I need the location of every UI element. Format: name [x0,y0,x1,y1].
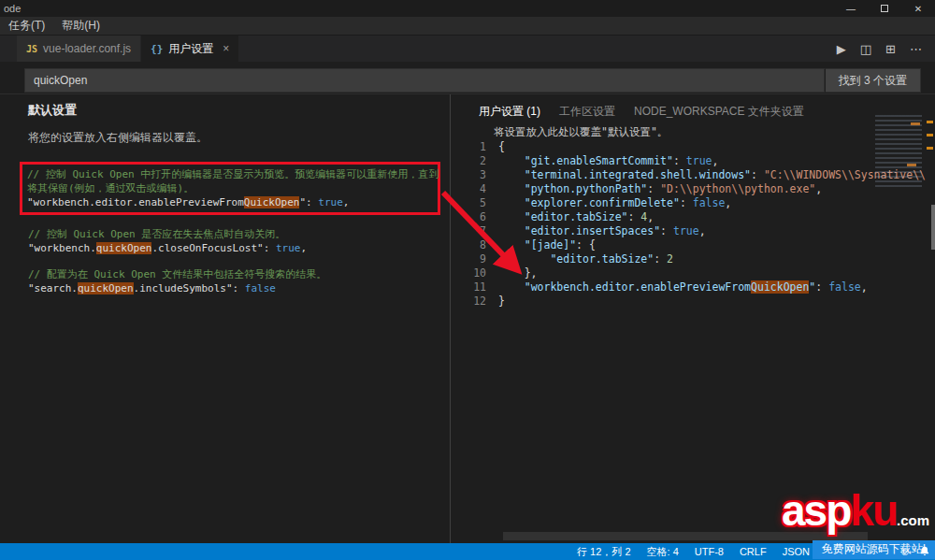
code-token: // 控制 Quick Open 是否应在失去焦点时自动关闭。 [28,228,285,240]
watermark-com: .com [897,512,929,528]
feedback-smiley-icon[interactable]: ☺ [899,545,911,558]
left-code: // 控制 Quick Open 中打开的编辑器是否显示为预览。预览编辑器可以重… [28,162,440,295]
code-line: // 控制 Quick Open 是否应在失去焦点时自动关闭。 [28,227,440,241]
code-token: , [300,242,307,254]
line-number: 2 [462,154,486,168]
code-token: true [318,196,343,208]
settings-scope-tab-0[interactable]: 用户设置 (1) [479,104,540,120]
settings-search-input[interactable] [24,68,825,93]
code-token: , [861,280,868,294]
settings-scope-tabs: 用户设置 (1)工作区设置NODE_WORKSPACE 文件夹设置 [479,104,935,120]
maximize-button[interactable] [868,0,901,17]
code-token: "workbench. [28,242,96,254]
code-token: // 控制 Quick Open 中打开的编辑器是否显示为预览。预览编辑器可以重… [27,168,439,180]
code-token: true [276,242,301,254]
default-settings-title: 默认设置 [28,102,440,119]
menubar: 任务(T)帮助(H) [0,17,935,36]
code-token: "editor.insertSpaces" [525,224,660,237]
menu-item-1[interactable]: 帮助(H) [53,17,108,35]
minimap-match-mark [907,164,916,166]
code-line: "search.quickOpen.includeSymbols": false [28,281,440,295]
line-number: 3 [462,168,486,182]
code-token: .includeSymbols": [134,282,245,294]
run-button[interactable]: ▶ [837,42,846,56]
minimap[interactable] [875,115,922,190]
overview-ruler-mark [927,134,933,136]
tab-label: 用户设置 [168,41,213,57]
code-line: 10 }, [462,266,935,280]
code-token: : { [576,238,596,251]
split-editor-icon[interactable]: ◫ [860,42,871,56]
code-line: 4 "python.pythonPath": "D:\\python\\pyth… [462,182,935,196]
code-line: 7 "editor.insertSpaces": true, [462,224,935,238]
close-button[interactable]: ✕ [901,0,935,17]
code-line: 11 "workbench.editor.enablePreviewFromQu… [462,280,935,294]
line-number: 8 [462,238,486,252]
status-item-3[interactable]: CRLF [740,546,767,557]
overview-ruler-mark [927,147,933,150]
code-token: "terminal.integrated.shell.windows" [525,168,751,181]
code-token: : [680,196,693,209]
default-settings-pane: 默认设置 将您的设置放入右侧编辑器以覆盖。 // 控制 Quick Open 中… [0,94,451,543]
overview-ruler-mark [927,121,933,123]
right-code: 1{2 "git.enableSmartCommit": true,3 "ter… [462,140,935,309]
code-line: 8 "[jade]": { [462,238,935,252]
line-number: 7 [462,224,486,238]
code-token: true [673,224,699,237]
code-line: "workbench.editor.enablePreviewFromQuick… [27,195,433,209]
code-token: .closeOnFocusLost": [151,242,275,254]
status-item-2[interactable]: UTF-8 [695,546,724,557]
code-token: quickOpen [78,282,134,294]
line-number: 6 [462,210,486,224]
tab-close-icon[interactable]: × [223,42,229,55]
code-token [498,252,550,266]
settings-file-icon: {} [151,43,163,55]
watermark-ku: ku [850,486,897,535]
code-line: "workbench.quickOpen.closeOnFocusLost": … [28,241,440,255]
layout-icon[interactable]: ⊞ [885,42,896,56]
code-token: , [725,196,731,209]
tab-vue-loader-conf-js[interactable]: JS vue-loader.conf.js [17,36,141,62]
code-token: false [828,280,861,294]
code-token: ": [299,196,318,208]
user-settings-hint: 将设置放入此处以覆盖"默认设置"。 [494,125,935,139]
code-token: "editor.tabSize" [550,252,654,266]
code-token: quickOpen [96,242,152,254]
code-line: 2 "git.enableSmartCommit": true, [462,154,935,168]
minimize-button[interactable]: — [834,0,868,17]
search-result-count[interactable]: 找到 3 个设置 [825,68,921,93]
code-line: 6 "editor.tabSize": 4, [462,210,935,224]
tab-label: vue-loader.conf.js [43,42,131,55]
tab-user-settings[interactable]: {} 用户设置 × [141,36,239,62]
code-line: 3 "terminal.integrated.shell.windows": "… [462,168,935,182]
more-actions-icon[interactable]: ⋯ [910,42,922,56]
line-number: 11 [462,280,486,294]
code-token: "explorer.confirmDelete" [525,196,680,209]
code-line: // 控制 Quick Open 中打开的编辑器是否显示为预览。预览编辑器可以重… [27,167,433,181]
status-item-0[interactable]: 行 12，列 2 [577,545,630,559]
settings-scope-tab-1[interactable]: 工作区设置 [559,104,615,120]
code-token: , [343,196,350,208]
code-token [498,168,525,181]
vertical-scrollbar[interactable] [931,205,935,250]
setting-block: // 配置为在 Quick Open 文件结果中包括全符号搜索的结果。"sear… [28,267,440,295]
code-token: "editor.tabSize" [525,210,628,223]
code-token: QuickOpen [751,280,809,294]
code-token: , [712,154,719,167]
code-token: 将其保留(例如，通过双击或编辑)。 [27,182,194,194]
status-item-1[interactable]: 空格: 4 [647,545,679,559]
code-token [498,182,525,195]
notifications-bell-icon[interactable] [919,546,930,557]
code-token: { [498,140,505,153]
line-number: 12 [462,294,486,309]
code-token [498,154,525,167]
menu-item-0[interactable]: 任务(T) [0,17,53,35]
code-token: "git.enableSmartCommit" [525,154,673,167]
maximize-icon [881,5,888,12]
code-token: : [751,168,764,181]
settings-scope-tab-2[interactable]: NODE_WORKSPACE 文件夹设置 [634,104,804,120]
line-number: 10 [462,266,486,280]
code-token: true [686,154,712,167]
editor-actions: ▶◫⊞⋯ [837,36,935,62]
code-token: false [245,282,276,294]
